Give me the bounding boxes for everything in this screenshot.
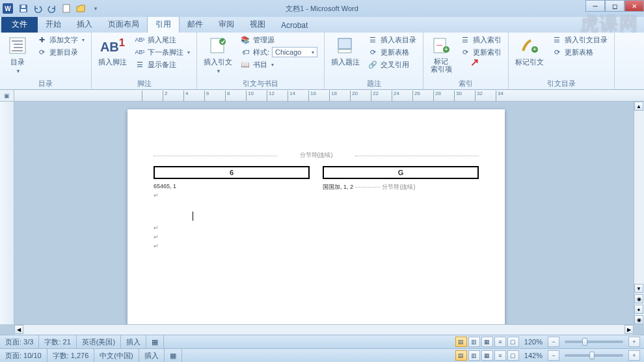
update-toa-button[interactable]: ⟳更新表格 [549,46,610,58]
group-toa-label: 引文目录 [513,79,610,89]
cross-reference-button[interactable]: 🔗交叉引用 [365,59,419,70]
next-page-button[interactable]: ◉ [634,315,643,324]
insert-toa-button[interactable]: ☰插入引文目录 [549,34,610,46]
quick-access-toolbar: ▼ [17,2,101,15]
ruler-corner[interactable]: ▣ [0,90,14,102]
qat-open-icon[interactable] [74,2,87,15]
view-print-layout[interactable]: ▤ [455,337,467,347]
citation-icon [208,35,228,56]
view-draft[interactable]: ▢ [507,337,519,347]
zoom2-in-button[interactable]: + [628,350,640,361]
tab-references[interactable]: 引用 [147,16,180,33]
undo-button[interactable] [31,2,44,15]
document-page[interactable]: 分节符(连续) 6 65465, 1 ↵ ↵ ↵ ↵ G 国国加, 1, 2 ·… [127,109,505,331]
svg-rect-12 [338,49,351,53]
prev-page-button[interactable]: ◉ [634,294,643,303]
window-controls: ─ ◻ ✕ [585,0,644,12]
view-web-layout[interactable]: ▦ [481,337,493,347]
insert-toa-icon: ☰ [552,35,562,45]
zoom-in-button[interactable]: + [628,337,640,347]
tab-view[interactable]: 视图 [242,16,273,33]
qat-customize-icon[interactable]: ▼ [88,2,101,15]
document-area: 分节符(连续) 6 65465, 1 ↵ ↵ ↵ ↵ G 国国加, 1, 2 ·… [0,102,644,335]
bibliography-button[interactable]: 📖书目▾ [237,59,320,70]
insert-footnote-button[interactable]: AB1 插入脚注 [96,34,129,68]
insert-endnote-button[interactable]: AB¹插入尾注 [132,34,193,46]
insert-citation-button[interactable]: 插入引文▼ [201,34,235,76]
horizontal-ruler[interactable]: 246810121416182022242628303234 [14,90,644,101]
toc-button[interactable]: 目录▼ [4,34,31,76]
status2-page[interactable]: 页面: 10/10 [0,349,47,362]
caption-icon [335,35,356,56]
vertical-ruler[interactable] [0,102,14,324]
horizontal-scrollbar[interactable]: ◀ ▶ [14,324,634,335]
ribbon: 目录▼ ✚添加文字▾ ⟳更新目录 目录 AB1 插入脚注 AB¹插入尾注 AB¹… [0,33,644,90]
scroll-down-button[interactable]: ▼ [634,284,643,293]
status-macro-icon[interactable]: ▦ [146,335,164,348]
insert-caption-button[interactable]: 插入题注 [329,34,362,68]
manage-sources-button[interactable]: 📚管理源 [237,34,320,46]
zoom2-out-button[interactable]: − [548,350,559,361]
minimize-button[interactable]: ─ [585,0,605,12]
svg-text:—: — [436,42,442,48]
add-text-button[interactable]: ✚添加文字▾ [34,34,87,46]
status2-lang[interactable]: 中文(中国) [94,349,139,362]
insert-figures-button[interactable]: ☰插入表目录 [365,34,419,46]
word-app-icon: W [3,3,13,14]
view2-outline[interactable]: ≡ [494,350,506,361]
qat-new-icon[interactable] [60,2,73,15]
mark-citation-icon: + [519,35,540,56]
status-bar-inner: 页面: 3/3 字数: 21 英语(美国) 插入 ▦ ▤ ▥ ▦ ≡ ▢ 120… [0,335,644,348]
scroll-left-button[interactable]: ◀ [14,325,23,334]
annotation-arrow-icon: ↗ [470,56,479,68]
insert-index-button[interactable]: ☰插入索引 [457,34,504,46]
update-index-button[interactable]: ⟳更新索引 [457,46,504,58]
status-page[interactable]: 页面: 3/3 [0,335,39,348]
maximize-button[interactable]: ◻ [605,0,624,12]
zoom2-slider[interactable] [565,354,623,357]
status2-macro-icon[interactable]: ▦ [165,349,182,362]
mark-index-entry-button[interactable]: —+ 标记 索引项 [427,34,455,74]
tab-mailings[interactable]: 邮件 [180,16,211,33]
status2-mode[interactable]: 插入 [139,349,165,362]
tab-insert[interactable]: 插入 [69,16,100,33]
zoom-level[interactable]: 120% [524,338,543,346]
tab-file[interactable]: 文件 [1,16,38,33]
scroll-up-button[interactable]: ▲ [634,102,643,111]
next-footnote-icon: AB¹ [135,47,145,57]
tab-home[interactable]: 开始 [38,16,69,33]
mark-citation-button[interactable]: + 标记引文 [513,34,546,68]
view-full-reading[interactable]: ▥ [468,337,480,347]
group-index: —+ 标记 索引项 ☰插入索引 ⟳更新索引 ↗ 索引 [423,33,509,89]
svg-rect-1 [21,9,26,12]
view2-web-layout[interactable]: ▦ [481,350,493,361]
zoom-slider[interactable] [565,341,623,343]
status2-words[interactable]: 字数: 1,276 [47,349,95,362]
next-footnote-button[interactable]: AB¹下一条脚注▾ [132,46,193,58]
browse-object-button[interactable]: ● [634,305,643,314]
scroll-right-button[interactable]: ▶ [624,325,634,334]
tab-review[interactable]: 审阅 [211,16,242,33]
close-button[interactable]: ✕ [624,0,644,12]
citation-style-combo[interactable]: Chicago▾ [272,47,317,57]
update-toc-button[interactable]: ⟳更新目录 [34,46,87,58]
zoom2-level[interactable]: 142% [524,352,543,359]
view-outline[interactable]: ≡ [494,337,506,347]
bibliography-icon: 📖 [240,59,250,70]
save-button[interactable] [17,2,30,15]
svg-rect-11 [338,38,351,49]
tab-layout[interactable]: 页面布局 [100,16,147,33]
status-lang[interactable]: 英语(美国) [77,335,121,348]
vertical-scrollbar[interactable]: ▲ ▼ ◉ ● ◉ [634,102,644,324]
show-notes-button[interactable]: ☰显示备注 [132,59,193,70]
status-words[interactable]: 字数: 21 [39,335,76,348]
tab-acrobat[interactable]: Acrobat [273,18,315,33]
view2-draft[interactable]: ▢ [507,350,519,361]
title-bar: W ▼ 文档1 - Microsoft Word ─ ◻ ✕ [0,0,644,17]
view2-print-layout[interactable]: ▤ [455,350,467,361]
update-table-button[interactable]: ⟳更新表格 [365,46,419,58]
redo-button[interactable] [46,2,59,15]
status-mode[interactable]: 插入 [121,335,146,348]
zoom-out-button[interactable]: − [548,337,559,347]
view2-full-reading[interactable]: ▥ [468,350,480,361]
